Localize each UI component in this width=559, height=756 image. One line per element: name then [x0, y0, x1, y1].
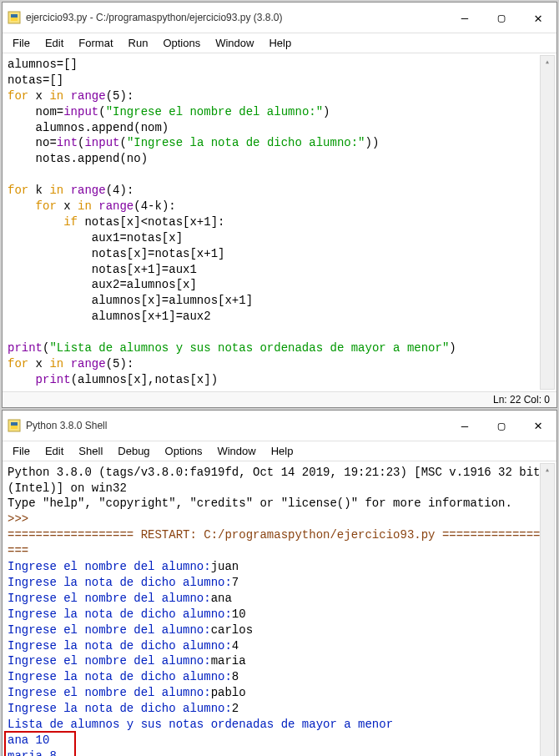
menu-options[interactable]: Options	[159, 443, 209, 459]
user-input: carlos	[211, 623, 253, 637]
output-header: Lista de alumnos y sus notas ordenadas d…	[8, 718, 393, 731]
user-input: 7	[232, 576, 239, 589]
shell-scrollbar[interactable]: ▴	[540, 463, 555, 756]
user-input: pablo	[211, 686, 246, 699]
python-file-icon	[8, 11, 21, 24]
menu-edit[interactable]: Edit	[38, 443, 70, 459]
user-input: 10	[232, 607, 246, 621]
close-button[interactable]: ✕	[520, 6, 556, 29]
shell-window: Python 3.8.0 Shell — ▢ ✕ File Edit Shell…	[2, 410, 557, 756]
shell-prompt-text: Ingrese el nombre del alumno:	[8, 654, 211, 668]
user-input: maria	[211, 654, 246, 668]
shell-menubar: File Edit Shell Debug Options Window Hel…	[3, 441, 556, 461]
menu-help[interactable]: Help	[262, 35, 298, 51]
editor-window-buttons: — ▢ ✕	[446, 6, 556, 29]
prompt: >>>	[8, 512, 28, 526]
user-input: 4	[232, 639, 239, 653]
menu-shell[interactable]: Shell	[72, 443, 109, 459]
svg-rect-2	[11, 18, 18, 21]
menu-window[interactable]: Window	[210, 443, 262, 459]
shell-output[interactable]: Python 3.8.0 (tags/v3.8.0:fa919fd, Oct 1…	[3, 461, 556, 756]
menu-window[interactable]: Window	[209, 35, 260, 51]
user-input: juan	[211, 560, 239, 573]
menu-edit[interactable]: Edit	[38, 35, 70, 51]
menu-file[interactable]: File	[6, 35, 37, 51]
editor-title: ejercicio93.py - C:/programaspython/ejer…	[26, 12, 446, 23]
scroll-up-icon[interactable]: ▴	[541, 56, 554, 69]
maximize-button[interactable]: ▢	[483, 414, 520, 437]
minimize-button[interactable]: —	[446, 6, 483, 29]
editor-scrollbar[interactable]: ▴	[540, 55, 555, 390]
maximize-button[interactable]: ▢	[483, 6, 520, 29]
shell-prompt-text: Ingrese el nombre del alumno:	[8, 686, 211, 699]
shell-prompt-text: Ingrese el nombre del alumno:	[8, 623, 211, 637]
menu-format[interactable]: Format	[72, 35, 119, 51]
restart-line: ================== RESTART: C:/programas…	[8, 528, 547, 557]
user-input: 8	[232, 670, 239, 683]
menu-help[interactable]: Help	[264, 443, 300, 459]
shell-header2: Type "help", "copyright", "credits" or "…	[8, 496, 512, 510]
python-shell-icon	[8, 419, 21, 432]
shell-prompt-text: Ingrese la nota de dicho alumno:	[8, 639, 232, 653]
shell-prompt-text: Ingrese el nombre del alumno:	[8, 560, 211, 573]
svg-rect-1	[11, 14, 18, 18]
shell-title: Python 3.8.0 Shell	[26, 420, 446, 431]
shell-prompt-text: Ingrese la nota de dicho alumno:	[8, 607, 232, 621]
shell-titlebar[interactable]: Python 3.8.0 Shell — ▢ ✕	[3, 411, 556, 441]
code-editor[interactable]: alumnos=[] notas=[] for x in range(5): n…	[3, 53, 556, 391]
close-button[interactable]: ✕	[520, 414, 556, 437]
shell-header: Python 3.8.0 (tags/v3.8.0:fa919fd, Oct 1…	[8, 466, 547, 495]
editor-statusbar: Ln: 22 Col: 0	[3, 391, 556, 407]
shell-window-buttons: — ▢ ✕	[446, 414, 556, 437]
menu-options[interactable]: Options	[156, 35, 207, 51]
scroll-up-icon[interactable]: ▴	[541, 464, 554, 477]
svg-rect-4	[11, 422, 18, 426]
minimize-button[interactable]: —	[446, 414, 483, 437]
shell-prompt-text: Ingrese el nombre del alumno:	[8, 592, 211, 605]
shell-prompt-text: Ingrese la nota de dicho alumno:	[8, 670, 232, 683]
menu-file[interactable]: File	[6, 443, 37, 459]
user-input: 2	[232, 702, 239, 715]
user-input: ana	[211, 592, 232, 605]
shell-prompt-text: Ingrese la nota de dicho alumno:	[8, 576, 232, 589]
editor-titlebar[interactable]: ejercicio93.py - C:/programaspython/ejer…	[3, 3, 556, 33]
editor-window: ejercicio93.py - C:/programaspython/ejer…	[2, 2, 557, 408]
shell-prompt-text: Ingrese la nota de dicho alumno:	[8, 702, 232, 715]
svg-rect-5	[11, 426, 18, 429]
menu-debug[interactable]: Debug	[111, 443, 156, 459]
highlight-box	[4, 731, 76, 756]
menu-run[interactable]: Run	[122, 35, 155, 51]
editor-menubar: File Edit Format Run Options Window Help	[3, 33, 556, 53]
